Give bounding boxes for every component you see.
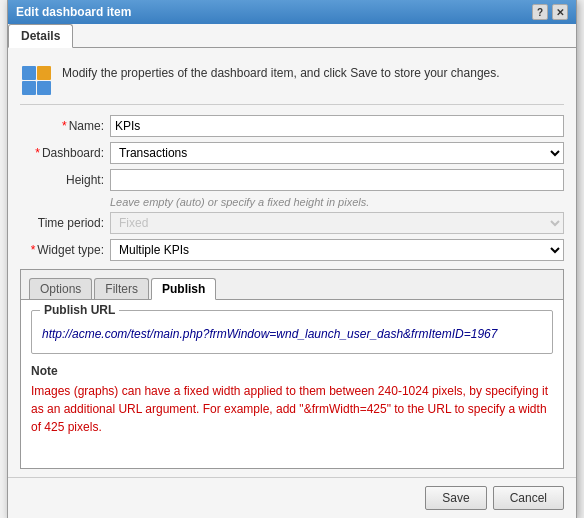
publish-url-fieldset: Publish URL http://acme.com/test/main.ph…: [31, 310, 553, 354]
tab-details[interactable]: Details: [8, 24, 73, 48]
header-section: Modify the properties of the dashboard i…: [20, 56, 564, 105]
widget-type-label: *Widget type:: [20, 243, 110, 257]
time-period-label: Time period:: [20, 216, 110, 230]
height-label: Height:: [20, 173, 110, 187]
publish-url-text: http://acme.com/test/main.php?frmWindow=…: [42, 325, 542, 343]
sub-tab-publish[interactable]: Publish: [151, 278, 216, 300]
sub-tab-filters[interactable]: Filters: [94, 278, 149, 299]
close-icon[interactable]: ✕: [552, 4, 568, 20]
widget-type-required: *: [31, 243, 36, 257]
publish-content: Publish URL http://acme.com/test/main.ph…: [21, 300, 563, 446]
header-description: Modify the properties of the dashboard i…: [62, 64, 500, 82]
widget-type-select[interactable]: Multiple KPIs: [110, 239, 564, 261]
name-row: *Name:: [20, 115, 564, 137]
top-tab-bar: Details: [8, 24, 576, 48]
name-input[interactable]: [110, 115, 564, 137]
note-section: Note Images (graphs) can have a fixed wi…: [31, 364, 553, 436]
titlebar-icons: ? ✕: [532, 4, 568, 20]
note-text: Images (graphs) can have a fixed width a…: [31, 382, 553, 436]
help-icon[interactable]: ?: [532, 4, 548, 20]
save-button[interactable]: Save: [425, 486, 486, 510]
sub-tab-content-area: Options Filters Publish Publish URL http…: [20, 269, 564, 469]
dialog-titlebar: Edit dashboard item ? ✕: [8, 0, 576, 24]
publish-url-legend: Publish URL: [40, 303, 119, 317]
dialog-footer: Save Cancel: [8, 477, 576, 518]
dashboard-icon: [20, 64, 52, 96]
sub-tab-options[interactable]: Options: [29, 278, 92, 299]
dashboard-required: *: [35, 146, 40, 160]
dashboard-select[interactable]: Transactions: [110, 142, 564, 164]
height-input[interactable]: [110, 169, 564, 191]
edit-dashboard-dialog: Edit dashboard item ? ✕ Details Modify t…: [7, 0, 577, 518]
form-section: *Name: *Dashboard: Transactions Height: …: [20, 115, 564, 261]
height-hint: Leave empty (auto) or specify a fixed he…: [110, 196, 564, 208]
dashboard-row: *Dashboard: Transactions: [20, 142, 564, 164]
widget-type-row: *Widget type: Multiple KPIs: [20, 239, 564, 261]
time-period-select[interactable]: Fixed: [110, 212, 564, 234]
dashboard-label: *Dashboard:: [20, 146, 110, 160]
name-required: *: [62, 119, 67, 133]
sub-tab-bar: Options Filters Publish: [21, 270, 563, 300]
dialog-title: Edit dashboard item: [16, 5, 131, 19]
height-row: Height:: [20, 169, 564, 191]
note-title: Note: [31, 364, 553, 378]
cancel-button[interactable]: Cancel: [493, 486, 564, 510]
time-period-row: Time period: Fixed: [20, 212, 564, 234]
name-label: *Name:: [20, 119, 110, 133]
dialog-body: Modify the properties of the dashboard i…: [8, 48, 576, 477]
